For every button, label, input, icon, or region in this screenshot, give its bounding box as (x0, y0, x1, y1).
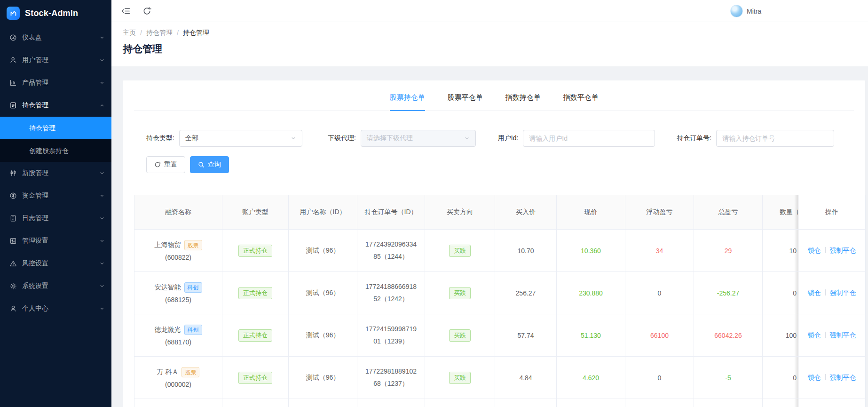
quantity-cell: 100 (763, 314, 798, 357)
table-row: 安达智能科创(688125)正式持仓测试（96）1772418866691852… (134, 272, 866, 314)
search-button[interactable]: 查询 (190, 156, 229, 173)
search-icon (198, 161, 205, 168)
buy-price-cell: 256.27 (495, 272, 557, 314)
user-cell: 测试（96） (289, 357, 357, 399)
sidebar-item-log-management[interactable]: 日志管理 (0, 207, 111, 230)
sidebar-item-dashboard[interactable]: 仪表盘 (0, 26, 111, 49)
search-button-label: 查询 (208, 160, 221, 169)
chevron-down-icon (99, 306, 105, 311)
sidebar-subitem-position-management-list[interactable]: 持仓管理 (0, 117, 111, 139)
dashboard-icon (9, 34, 17, 41)
stock-name-cell: 德龙激光科创(688170) (134, 314, 222, 357)
breadcrumb-item[interactable]: 持仓管理 (146, 29, 173, 37)
lock-position-link[interactable]: 锁仓 (808, 289, 821, 296)
newstock-icon (9, 169, 17, 177)
avatar[interactable] (730, 5, 743, 17)
app-title: Stock-Admin (25, 8, 78, 18)
content-card: 股票持仓单股票平仓单指数持仓单指数平仓单 持仓类型:全部下级代理:请选择下级代理… (123, 80, 865, 407)
tab-index-positions[interactable]: 指数持仓单 (505, 92, 541, 111)
reset-button[interactable]: 重置 (146, 156, 185, 173)
direction-badge: 买跌 (449, 245, 471, 257)
filter-row: 持仓类型:全部下级代理:请选择下级代理用户Id:持仓订单号: (123, 130, 865, 147)
chevron-down-icon (99, 238, 105, 244)
table-row: 万 科Ａ股票(000002)正式持仓测试（96）1772298188910268… (134, 357, 866, 399)
chevron-down-icon (99, 283, 105, 289)
action-divider (825, 374, 826, 380)
filter-group-sub-agent: 下级代理:请选择下级代理 (328, 130, 476, 147)
sidebar-submenu: 持仓管理创建股票持仓 (0, 117, 111, 162)
sidebar-item-product-management[interactable]: 产品管理 (0, 72, 111, 94)
lock-position-link[interactable]: 锁仓 (808, 247, 821, 254)
sidebar-item-profile[interactable]: 个人中心 (0, 297, 111, 320)
float-pl-cell: 0 (625, 357, 694, 399)
sidebar-item-new-stock-management[interactable]: 新股管理 (0, 162, 111, 184)
filter-actions: 重置 查询 (123, 156, 865, 173)
float-pl-cell: 34 (625, 230, 694, 272)
tab-stock-positions[interactable]: 股票持仓单 (390, 92, 425, 111)
positions-icon (9, 102, 17, 109)
stock-type-badge: 科创 (184, 282, 202, 293)
position-order-no-input[interactable] (716, 130, 834, 147)
breadcrumb-item[interactable]: 主页 (123, 29, 136, 37)
direction-badge: 买跌 (449, 372, 471, 384)
direction-cell: 买跌 (425, 314, 495, 357)
table-row: 德龙激光科创(688170)正式持仓测试（96）1772415999871901… (134, 314, 866, 357)
sidebar: Stock-Admin 仪表盘用户管理产品管理持仓管理持仓管理创建股票持仓新股管… (0, 0, 111, 407)
lock-position-link[interactable]: 锁仓 (808, 331, 821, 339)
users-icon (9, 56, 17, 64)
funds-icon (9, 192, 17, 200)
tab-stock-closed[interactable]: 股票平仓单 (448, 92, 483, 111)
sidebar-item-position-management[interactable]: 持仓管理 (0, 94, 111, 117)
stock-name-line: 德龙激光科创 (139, 325, 217, 335)
sidebar-item-user-management[interactable]: 用户管理 (0, 49, 111, 72)
force-close-link[interactable]: 强制平仓 (830, 289, 856, 296)
stock-type-badge: 股票 (181, 367, 199, 377)
force-close-link[interactable]: 强制平仓 (830, 374, 856, 381)
position-type-select[interactable]: 全部 (179, 130, 302, 147)
stock-code: (000002) (139, 381, 217, 388)
sidebar-item-funds-management[interactable]: 资金管理 (0, 184, 111, 207)
account-type-cell: 正式持仓 (222, 357, 289, 399)
chevron-down-icon (291, 136, 296, 141)
force-close-link[interactable]: 强制平仓 (830, 331, 856, 339)
order-no-cell: 1772415999871901（1239） (357, 314, 425, 357)
empty-cell (625, 399, 694, 407)
sidebar-item-admin-settings[interactable]: 管理设置 (0, 230, 111, 252)
user-id-input[interactable] (523, 130, 655, 147)
buy-price-cell: 10.70 (495, 230, 557, 272)
current-price-cell: 10.360 (557, 230, 625, 272)
account-type-badge: 正式持仓 (238, 245, 272, 257)
tab-index-closed[interactable]: 指数平仓单 (563, 92, 599, 111)
user-cell: 测试（96） (289, 314, 357, 357)
filter-label-position-order-no: 持仓订单号: (677, 134, 711, 143)
sidebar-item-system-settings[interactable]: 系统设置 (0, 275, 111, 297)
empty-cell (425, 399, 495, 407)
actions-cell: 锁仓强制平仓 (798, 357, 866, 399)
stock-code: (600822) (139, 254, 217, 261)
chevron-down-icon (99, 35, 105, 40)
stock-name-cell: 安达智能科创(688125) (134, 272, 222, 314)
empty-cell (763, 399, 798, 407)
filter-group-position-order-no: 持仓订单号: (677, 130, 834, 147)
buy-price-cell: 4.84 (495, 357, 557, 399)
filter-label-user-id: 用户Id: (498, 134, 519, 143)
sidebar-subitem-create-stock-position[interactable]: 创建股票持仓 (0, 139, 111, 162)
order-no-cell: 1772298188910268（1237） (357, 357, 425, 399)
lock-position-link[interactable]: 锁仓 (808, 374, 821, 381)
sub-agent-select[interactable]: 请选择下级代理 (361, 130, 476, 147)
stock-name: 安达智能 (155, 283, 181, 292)
sidebar-item-risk-settings[interactable]: 风控设置 (0, 252, 111, 275)
breadcrumb-separator: / (177, 29, 179, 37)
refresh-icon[interactable] (142, 7, 151, 16)
user-menu[interactable]: Mitra (730, 0, 761, 22)
stock-name-line: 万 科Ａ股票 (139, 367, 217, 377)
fold-icon[interactable] (121, 7, 130, 16)
quantity-cell: 0 (763, 272, 798, 314)
account-type-cell: 正式持仓 (222, 230, 289, 272)
force-close-link[interactable]: 强制平仓 (830, 247, 856, 254)
sidebar-item-label: 仪表盘 (22, 33, 42, 42)
user-cell: 测试（96） (289, 272, 357, 314)
stock-type-badge: 科创 (184, 325, 202, 335)
actions-cell: 锁仓强制平仓 (798, 314, 866, 357)
stock-name: 德龙激光 (155, 326, 181, 334)
